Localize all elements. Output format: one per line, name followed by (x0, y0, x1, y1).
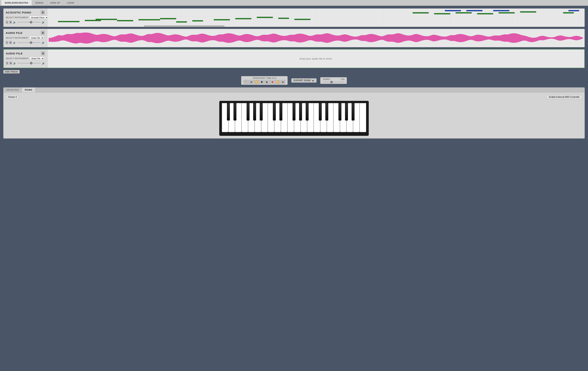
tab-piano[interactable]: Piano (22, 88, 35, 92)
piano-roll-svg-1 (47, 9, 585, 27)
svg-rect-28 (466, 10, 482, 11)
transport-heart[interactable]: ♡ (243, 80, 248, 84)
instrument-select-1[interactable]: Acoustic Piano (30, 16, 48, 19)
nav-tab-login[interactable]: Login (64, 0, 78, 6)
track-audio-file-2: Audio File 🗑 Select Instrument Audio Fil… (3, 49, 585, 68)
transport-rewind[interactable]: ⏮ (249, 80, 253, 84)
tempo-text: Tempo (323, 78, 330, 80)
black-key-0-6[interactable] (247, 103, 249, 120)
speaker-low-2: 🔈 (13, 41, 16, 44)
transport-area: Transport Time 41:0 ♡ ⏮ ⏪ ⏹ ▶ ⏺ ⏩ ⏭ Expo… (3, 76, 585, 85)
svg-rect-27 (445, 10, 461, 11)
instrument-row-1: Select Instrument Acoustic Piano (6, 16, 45, 19)
nav-tab-signup[interactable]: Sign Up (47, 0, 64, 6)
transport-stop[interactable]: ⏹ (259, 80, 264, 84)
black-key-1-3[interactable] (279, 103, 282, 120)
svg-rect-32 (455, 12, 472, 13)
track-name-2: Audio File (6, 31, 23, 34)
svg-rect-14 (58, 21, 79, 22)
black-key-1-10[interactable] (306, 103, 308, 120)
black-key-2-6[interactable] (338, 103, 341, 120)
tempo-box: Tempo 120 (320, 77, 347, 84)
transport-back[interactable]: ⏪ (254, 80, 259, 84)
export-label: Export Song (294, 79, 311, 82)
solo-btn-3[interactable]: S (6, 61, 8, 65)
mute-btn-2[interactable]: M (9, 41, 12, 44)
panel-tabs: Drum Pad Piano (3, 88, 585, 92)
piano-keyboard[interactable] (222, 103, 366, 132)
black-key-2-10[interactable] (352, 103, 354, 120)
mute-btn-3[interactable]: M (10, 61, 12, 65)
black-key-1-1[interactable] (273, 103, 276, 120)
drop-zone-label: Drop your audio file in here! (300, 57, 332, 60)
bottom-panel: Drum Pad Piano Octave 4 Enable External … (3, 87, 585, 139)
octave-button[interactable]: Octave 4 (6, 95, 19, 99)
piano-roll-1[interactable] (47, 9, 585, 27)
volume-slider-3[interactable] (17, 63, 41, 63)
track-content-3[interactable]: Drop your audio file in here! (47, 50, 584, 68)
transport-controls: ♡ ⏮ ⏪ ⏹ ▶ ⏺ ⏩ ⏭ (243, 80, 285, 84)
instrument-label-3: Select Instrument (6, 57, 29, 60)
svg-rect-33 (477, 13, 493, 14)
transport-end[interactable]: ⏭ (281, 80, 285, 84)
mute-btn-1[interactable]: M (9, 20, 12, 24)
keyboard-container (219, 101, 369, 136)
delete-track-3[interactable]: 🗑 (41, 51, 45, 55)
svg-rect-35 (520, 11, 536, 12)
solo-btn-2[interactable]: S (6, 41, 8, 44)
black-key-0-8[interactable] (253, 103, 256, 120)
midi-button[interactable]: Enable External MIDI Controller (546, 95, 582, 99)
svg-rect-22 (214, 19, 230, 20)
white-key-21[interactable] (360, 103, 366, 132)
volume-slider-2[interactable] (17, 42, 41, 43)
add-track-button[interactable]: Add Track (3, 70, 20, 74)
piano-header: Octave 4 Enable External MIDI Controller (6, 95, 582, 99)
svg-rect-18 (138, 19, 160, 20)
instrument-select-3[interactable]: Audio File (30, 57, 44, 60)
instrument-label-1: Select Instrument (6, 16, 28, 19)
tab-drum-pad[interactable]: Drum Pad (3, 88, 22, 92)
black-key-0-1[interactable] (227, 103, 230, 120)
speaker-high-1: 🔊 (42, 21, 45, 24)
instrument-row-3: Select Instrument Audio File (6, 57, 45, 60)
svg-rect-23 (235, 18, 251, 19)
export-song-button[interactable]: Export Song ▲ (291, 78, 317, 83)
nav-tab-songs[interactable]: Songs (32, 0, 47, 6)
black-key-2-1[interactable] (319, 103, 322, 120)
svg-rect-29 (493, 10, 509, 11)
transport-time: Transport Time 41:0 (243, 77, 285, 79)
nav-tab-worldorchestra[interactable]: WorldOrchestra (1, 0, 32, 6)
tempo-slider[interactable] (323, 82, 345, 82)
transport-forward[interactable]: ⏩ (275, 80, 280, 84)
svg-rect-34 (499, 12, 514, 13)
volume-row-3: S M 🔈 🔊 (6, 61, 45, 65)
volume-slider-1[interactable] (17, 22, 41, 23)
black-key-2-8[interactable] (345, 103, 348, 120)
instrument-label-2: Select Instrument (6, 37, 28, 39)
black-key-2-3[interactable] (325, 103, 328, 120)
instrument-select-2[interactable]: Audio File (30, 36, 44, 40)
svg-rect-21 (192, 20, 203, 21)
solo-btn-1[interactable]: S (6, 20, 8, 24)
black-key-1-6[interactable] (293, 103, 295, 120)
black-key-1-8[interactable] (299, 103, 302, 120)
track-name-1: Acoustic Piano (6, 11, 31, 14)
delete-track-1[interactable]: 🗑 (41, 10, 45, 14)
svg-rect-15 (85, 20, 101, 21)
transport-play[interactable]: ▶ (265, 80, 269, 84)
track-controls-2: Audio File 🗑 Select Instrument Audio Fil… (3, 29, 47, 47)
svg-rect-20 (176, 21, 187, 23)
track-controls-1: Acoustic Piano 🗑 Select Instrument Acous… (3, 9, 47, 27)
svg-rect-19 (160, 18, 176, 19)
black-key-0-3[interactable] (233, 103, 236, 120)
transport-record[interactable]: ⏺ (270, 80, 275, 84)
svg-rect-36 (568, 10, 579, 11)
drop-zone[interactable]: Drop your audio file in here! (47, 50, 584, 68)
black-key-0-10[interactable] (260, 103, 262, 120)
track-audio-file-1: Audio File 🗑 Select Instrument Audio Fil… (3, 29, 585, 47)
main-area: Acoustic Piano 🗑 Select Instrument Acous… (0, 6, 588, 141)
instrument-row-2: Select Instrument Audio File (6, 36, 45, 40)
delete-track-2[interactable]: 🗑 (41, 31, 45, 35)
track-content-1 (47, 9, 585, 27)
svg-rect-37 (563, 12, 574, 13)
